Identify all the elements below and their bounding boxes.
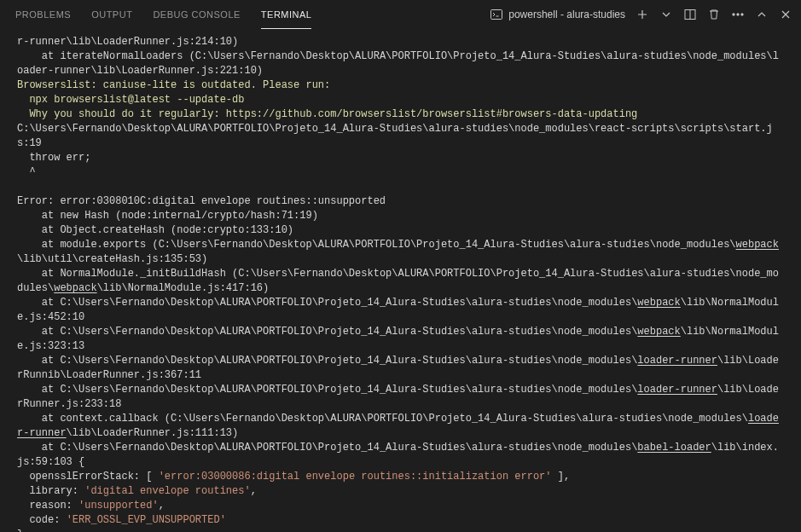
- terminal-stack-line: at module.exports (C:\Users\Fernando\Des…: [17, 239, 779, 265]
- terminal-object-line: reason: 'unsupported',: [17, 500, 165, 512]
- more-actions-icon[interactable]: [731, 8, 745, 21]
- kill-terminal-icon[interactable]: [707, 8, 721, 21]
- terminal-line: at iterateNormalLoaders (C:\Users\Fernan…: [17, 50, 779, 77]
- terminal-link[interactable]: webpack: [637, 297, 680, 309]
- svg-point-3: [733, 14, 734, 15]
- terminal-stack-line: at new Hash (node:internal/crypto/hash:7…: [17, 210, 318, 222]
- terminal-object-line: opensslErrorStack: [ 'error:03000086:dig…: [17, 471, 570, 483]
- svg-point-4: [737, 14, 739, 15]
- terminal-icon: [490, 8, 503, 21]
- terminal-line: C:\Users\Fernando\Desktop\ALURA\PORTFOLI…: [17, 123, 773, 149]
- terminal-link[interactable]: babel-loader: [637, 442, 711, 454]
- chevron-down-icon[interactable]: [659, 8, 673, 21]
- panel-header: PROBLEMS OUTPUT DEBUG CONSOLE TERMINAL p…: [0, 0, 801, 30]
- tab-problems[interactable]: PROBLEMS: [15, 0, 71, 29]
- tab-terminal[interactable]: TERMINAL: [261, 0, 312, 29]
- terminal-stack-line: at C:\Users\Fernando\Desktop\ALURA\PORTF…: [17, 355, 779, 381]
- svg-rect-0: [491, 10, 502, 20]
- terminal-line: r-runner\lib\LoaderRunner.js:214:10): [17, 36, 238, 48]
- terminal-object-line: code: 'ERR_OSSL_EVP_UNSUPPORTED': [17, 514, 226, 526]
- terminal-line: npx browserslist@latest --update-db: [17, 94, 244, 106]
- terminal-stack-line: at NormalModule._initBuildHash (C:\Users…: [17, 268, 779, 294]
- terminal-link[interactable]: webpack: [54, 282, 96, 294]
- new-terminal-icon[interactable]: [636, 8, 649, 21]
- terminal-profile-label: powershell - alura-studies: [508, 9, 625, 20]
- terminal-link[interactable]: loader-runner: [637, 384, 717, 396]
- terminal-stack-line: at Object.createHash (node:crypto:133:10…: [17, 224, 293, 236]
- terminal-blank-line: [17, 181, 23, 193]
- terminal-stack-line: at C:\Users\Fernando\Desktop\ALURA\PORTF…: [17, 384, 779, 410]
- terminal-error-heading: Error: error:0308010C:digital envelope r…: [17, 195, 386, 207]
- terminal-object-line: library: 'digital envelope routines',: [17, 485, 257, 497]
- tab-debug-console[interactable]: DEBUG CONSOLE: [153, 0, 240, 29]
- panel-tabs: PROBLEMS OUTPUT DEBUG CONSOLE TERMINAL: [15, 0, 311, 29]
- terminal-stack-line: at C:\Users\Fernando\Desktop\ALURA\PORTF…: [17, 326, 779, 352]
- terminal-profile-selector[interactable]: powershell - alura-studies: [490, 8, 625, 21]
- close-panel-icon[interactable]: [779, 8, 792, 21]
- terminal-object-close: }: [17, 529, 23, 532]
- terminal-stack-line: at context.callback (C:\Users\Fernando\D…: [17, 413, 779, 439]
- panel-header-actions: powershell - alura-studies: [490, 8, 792, 21]
- terminal-link[interactable]: webpack: [736, 239, 779, 251]
- terminal-stack-line: at C:\Users\Fernando\Desktop\ALURA\PORTF…: [17, 442, 779, 468]
- terminal-line: throw err;: [17, 152, 90, 164]
- svg-point-5: [741, 14, 743, 15]
- terminal-link[interactable]: webpack: [637, 326, 680, 338]
- terminal-line: ^: [17, 166, 36, 178]
- split-terminal-icon[interactable]: [683, 8, 697, 21]
- terminal-line: Why you should do it regularly: https://…: [17, 108, 637, 120]
- terminal-line: Browserslist: caniuse-lite is outdated. …: [17, 79, 330, 91]
- terminal-stack-line: at C:\Users\Fernando\Desktop\ALURA\PORTF…: [17, 297, 779, 323]
- tab-output[interactable]: OUTPUT: [91, 0, 132, 29]
- terminal-link[interactable]: loader-runner: [637, 355, 717, 367]
- maximize-panel-icon[interactable]: [755, 8, 769, 21]
- terminal-output[interactable]: r-runner\lib\LoaderRunner.js:214:10) at …: [0, 30, 801, 532]
